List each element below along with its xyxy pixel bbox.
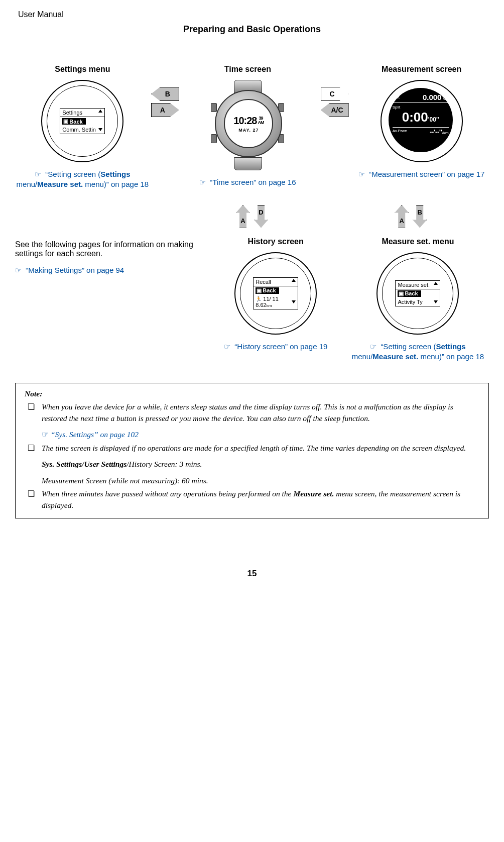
page-number: 15 <box>15 569 489 579</box>
triangle-down-icon <box>292 300 296 303</box>
dist-unit: km <box>443 96 449 101</box>
settings-menu-block: Settings menu Settings ▣Back Comm. Setti… <box>15 65 150 190</box>
ref-time-screen[interactable]: ☞ “Time screen” on page 16 <box>180 177 315 187</box>
time-secs: '00'' <box>428 116 439 123</box>
history-screen-block: History screen Recall ▣Back 🏃 11/ 11 8.6… <box>205 237 347 362</box>
document-title: User Manual <box>18 10 489 19</box>
watch-time-main: 10:28 <box>233 115 257 127</box>
nav-arrow-B-down: B <box>413 205 427 228</box>
note-title: Note: <box>25 388 479 399</box>
split-label: Split <box>393 105 449 110</box>
measure-set-block: Measure set. menu Measure set. ▣Back Act… <box>347 237 489 362</box>
time-value: 0:00 <box>402 110 428 125</box>
lcd-back-row: ▣Back <box>398 290 421 297</box>
triangle-down-icon <box>434 300 438 303</box>
ref-setting-screen-2[interactable]: ☞ “Setting screen (Settings menu/Measure… <box>347 342 489 362</box>
ref-making-settings[interactable]: ☞ “Making Settings” on page 94 <box>15 265 205 275</box>
nav-arrow-B: B <box>151 87 179 101</box>
settings-menu-label: Settings menu <box>15 65 150 74</box>
navigation-row-vertical: A D A B <box>15 205 489 228</box>
arrow-group-time-history: A D <box>174 205 330 228</box>
lcd-settings-row2: Comm. Settin <box>62 127 96 133</box>
watch-date: MAY. 27 <box>238 128 259 133</box>
lcd-back-row: ▣Back <box>256 287 279 294</box>
history-screen-label: History screen <box>205 237 347 246</box>
watch-illustration: 10:28 39 AM MAY. 27 <box>210 80 285 170</box>
time-screen-label: Time screen <box>180 65 315 74</box>
measure-set-label: Measure set. menu <box>347 237 489 246</box>
ref-setting-screen[interactable]: ☞ “Setting screen (Settings menu/Measure… <box>15 169 150 190</box>
dist-label: Dist. <box>393 95 401 99</box>
arrow-group-time-measurement: C A/C <box>315 87 354 117</box>
pointing-hand-icon: ☞ <box>15 266 22 274</box>
section-title: Preparing and Basic Operations <box>15 24 489 35</box>
note-item-1: When you leave the device for a while, i… <box>25 401 479 440</box>
note-item-2: The time screen is displayed if no opera… <box>25 443 479 486</box>
pace-value: --'--'' <box>430 129 442 136</box>
ref-history-screen[interactable]: ☞ “History screen” on page 19 <box>205 342 347 352</box>
pointing-hand-icon: ☞ <box>358 170 365 178</box>
nav-arrow-AC: A/C <box>321 103 349 117</box>
triangle-up-icon <box>292 279 296 282</box>
runner-icon: 🏃 <box>256 296 262 302</box>
dist-value: 0.000 <box>423 93 442 101</box>
lcd-measure-row2: Activity Ty <box>398 299 422 305</box>
arrow-group-settings-time: B A <box>150 87 180 117</box>
measurement-screen-illustration: Dist. 0.000 km Split 0:00'00'' Av.Pace -… <box>381 80 463 162</box>
nav-arrow-C: C <box>321 87 349 101</box>
triangle-up-icon <box>434 282 438 285</box>
avpace-label: Av.Pace <box>393 129 407 136</box>
ref-measurement-screen[interactable]: ☞ “Measurement screen” on page 17 <box>354 169 489 179</box>
settings-screen-illustration: Settings ▣Back Comm. Settin <box>41 80 123 162</box>
measure-set-illustration: Measure set. ▣Back Activity Ty <box>376 252 459 335</box>
pace-unit: /km <box>442 131 449 135</box>
pointing-hand-icon: ☞ <box>35 170 41 178</box>
ref-sys-settings[interactable]: “Sys. Settings” on page 102 <box>51 430 139 439</box>
triangle-down-icon <box>98 128 102 131</box>
pointing-hand-icon: ☞ <box>199 178 206 186</box>
nav-arrow-A-up: A <box>236 205 250 228</box>
navigation-row-top: Settings menu Settings ▣Back Comm. Setti… <box>15 65 489 190</box>
lcd-recall-unit: km <box>267 303 272 308</box>
note-item-3: When three minutes have passed without a… <box>25 488 479 511</box>
lcd-settings-title: Settings <box>62 110 82 116</box>
nav-arrow-D-down: D <box>254 205 268 228</box>
note-box: Note: When you leave the device for a wh… <box>15 383 489 518</box>
measurement-screen-label: Measurement screen <box>354 65 489 74</box>
lcd-measure-title: Measure set. <box>398 282 430 288</box>
pointing-hand-icon: ☞ <box>370 342 376 351</box>
pointing-hand-icon: ☞ <box>224 342 230 351</box>
pointing-hand-icon: ☞ <box>42 430 49 439</box>
navigation-row-bottom: See the following pages for information … <box>15 237 489 362</box>
watch-ampm: AM <box>258 121 264 125</box>
lcd-recall-title: Recall <box>256 279 271 285</box>
left-instructions: See the following pages for information … <box>15 237 205 362</box>
time-screen-block: Time screen 10:28 39 AM MAY. 27 <box>180 65 315 187</box>
nav-arrow-A-up-2: A <box>395 205 409 228</box>
arrow-group-measurement-measureset: A B <box>332 205 489 228</box>
nav-arrow-A: A <box>151 103 179 117</box>
lcd-back-row: ▣Back <box>62 118 85 125</box>
see-following-text: See the following pages for information … <box>15 240 205 258</box>
triangle-up-icon <box>98 110 102 113</box>
measurement-screen-block: Measurement screen Dist. 0.000 km Split … <box>354 65 489 179</box>
history-screen-illustration: Recall ▣Back 🏃 11/ 11 8.62km <box>234 252 317 335</box>
